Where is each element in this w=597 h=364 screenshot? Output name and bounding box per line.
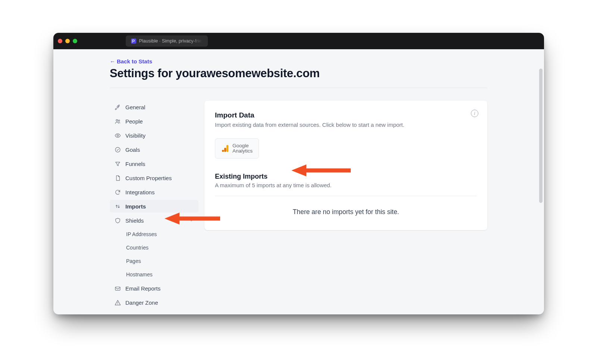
sidebar-label: General — [125, 104, 145, 110]
google-analytics-label: Google Analytics — [232, 143, 253, 154]
arrows-updown-icon — [114, 203, 121, 210]
sidebar-label: Integrations — [125, 189, 154, 195]
sidebar-item-imports[interactable]: Imports — [110, 200, 199, 213]
svg-point-1 — [116, 119, 118, 121]
page-title: Settings for yourawesomewebsite.com — [110, 67, 487, 80]
google-analytics-import-button[interactable]: Google Analytics — [215, 138, 259, 159]
sidebar-item-email-reports[interactable]: Email Reports — [110, 282, 199, 295]
existing-imports-title: Existing Imports — [215, 173, 477, 181]
import-title: Import Data — [215, 111, 477, 119]
sidebar-item-shields[interactable]: Shields — [110, 214, 199, 227]
sidebar-label: Imports — [125, 203, 146, 210]
sidebar-label: Funnels — [125, 161, 145, 167]
check-circle-icon — [114, 146, 121, 153]
import-card: i Import Data Import existing data from … — [204, 101, 487, 230]
document-icon — [114, 175, 121, 181]
back-to-stats-link[interactable]: ← Back to Stats — [110, 58, 152, 65]
main-content: i Import Data Import existing data from … — [204, 101, 487, 310]
sidebar-sub-countries[interactable]: Countries — [110, 242, 199, 254]
sidebar-item-visibility[interactable]: Visibility — [110, 129, 199, 142]
refresh-icon — [114, 189, 121, 195]
divider — [110, 88, 487, 88]
scrollbar[interactable] — [539, 69, 543, 203]
sidebar-label: Shields — [125, 217, 144, 224]
svg-rect-7 — [224, 148, 226, 152]
sidebar-label: Goals — [125, 147, 140, 153]
sidebar-label: Email Reports — [125, 285, 160, 292]
chevron-down-icon — [189, 218, 194, 223]
app-window: Plausible · Simple, privacy-frien ← Back… — [53, 33, 544, 314]
sidebar-item-goals[interactable]: Goals — [110, 143, 199, 156]
existing-imports-description: A maximum of 5 imports at any time is al… — [215, 182, 477, 188]
people-icon — [114, 118, 121, 125]
sidebar-item-danger-zone[interactable]: Danger Zone — [110, 296, 199, 309]
svg-point-4 — [115, 147, 120, 152]
titlebar: Plausible · Simple, privacy-frien — [53, 33, 544, 49]
eye-icon — [114, 132, 121, 139]
sidebar-sub-hostnames[interactable]: Hostnames — [110, 269, 199, 280]
sidebar-item-general[interactable]: General — [110, 101, 199, 113]
empty-imports-message: There are no imports yet for this site. — [215, 196, 477, 217]
sidebar-sub-ip-addresses[interactable]: IP Addresses — [110, 228, 199, 240]
back-label: Back to Stats — [117, 58, 152, 65]
funnel-icon — [114, 160, 121, 167]
tab-title: Plausible · Simple, privacy-frien — [139, 38, 203, 44]
sidebar-label: Danger Zone — [125, 299, 158, 306]
plausible-favicon — [131, 38, 136, 44]
close-window-button[interactable] — [58, 39, 62, 43]
sidebar-label: Custom Properties — [125, 175, 172, 181]
info-button[interactable]: i — [471, 110, 478, 117]
sidebar-label: People — [125, 118, 143, 125]
import-description: Import existing data from external sourc… — [215, 122, 477, 128]
content-area: ← Back to Stats Settings for yourawesome… — [53, 49, 544, 314]
sidebar-sub-pages[interactable]: Pages — [110, 255, 199, 267]
svg-point-0 — [118, 106, 118, 106]
mail-icon — [114, 285, 121, 292]
svg-point-2 — [118, 120, 120, 121]
svg-rect-6 — [226, 145, 229, 152]
rocket-icon — [114, 104, 121, 110]
traffic-lights — [58, 39, 77, 43]
browser-tab[interactable]: Plausible · Simple, privacy-frien — [126, 35, 208, 47]
sidebar-item-funnels[interactable]: Funnels — [110, 157, 199, 170]
sidebar-item-people[interactable]: People — [110, 115, 199, 128]
google-analytics-icon — [221, 144, 229, 153]
warning-icon — [114, 299, 121, 306]
maximize-window-button[interactable] — [73, 39, 77, 43]
settings-sidebar: General People Visibility Goals — [110, 101, 199, 310]
sidebar-label: Visibility — [125, 132, 146, 139]
minimize-window-button[interactable] — [65, 39, 70, 43]
svg-point-8 — [222, 150, 224, 152]
sidebar-item-custom-properties[interactable]: Custom Properties — [110, 172, 199, 184]
svg-rect-5 — [115, 287, 120, 290]
arrow-left-icon: ← — [110, 58, 115, 65]
sidebar-item-integrations[interactable]: Integrations — [110, 186, 199, 198]
svg-point-3 — [117, 135, 118, 136]
shield-icon — [114, 217, 121, 224]
